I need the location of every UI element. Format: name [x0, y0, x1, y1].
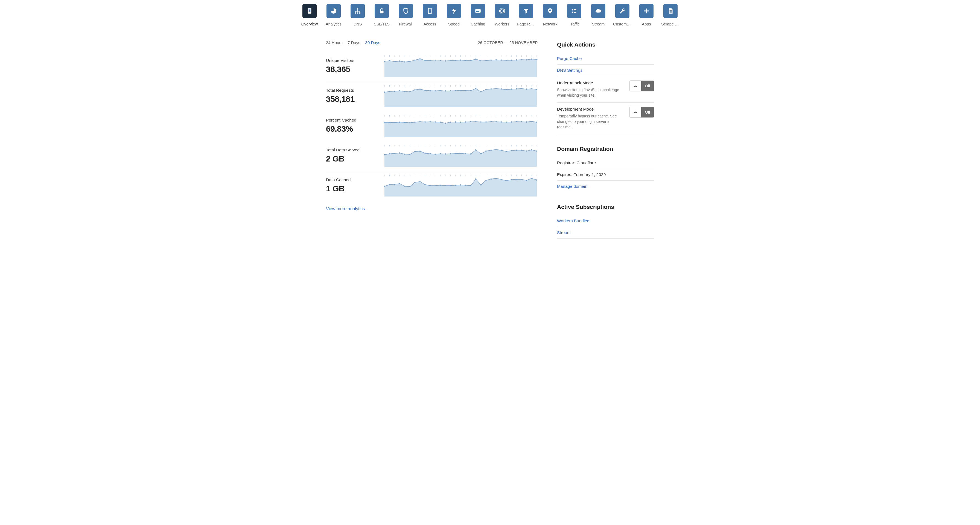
nav-scrape[interactable]: Scrape S…: [661, 4, 680, 26]
svg-point-59: [389, 60, 390, 62]
svg-point-68: [434, 60, 436, 62]
svg-point-134: [455, 90, 457, 91]
metric-value: 358,181: [326, 94, 375, 104]
nav-overview[interactable]: Overview: [300, 4, 319, 26]
nav-workers[interactable]: Workers: [493, 4, 511, 26]
network-icon: [350, 4, 365, 18]
nav-stream[interactable]: Stream: [589, 4, 608, 26]
domain-registration-title: Domain Registration: [557, 145, 654, 152]
svg-point-147: [521, 88, 522, 89]
nav-pagerules[interactable]: Page Rules: [517, 4, 535, 26]
nav-apps[interactable]: Apps: [637, 4, 656, 26]
nav-access[interactable]: Access: [420, 4, 439, 26]
nav-label: Traffic: [569, 22, 579, 26]
svg-rect-20: [574, 12, 576, 13]
timeframe-option[interactable]: 24 Hours: [326, 40, 343, 45]
svg-point-263: [480, 153, 482, 155]
svg-point-72: [455, 60, 457, 61]
svg-point-203: [490, 121, 492, 122]
svg-point-333: [521, 179, 522, 180]
view-more-analytics-link[interactable]: View more analytics: [326, 206, 365, 211]
quick-action-link[interactable]: DNS Settings: [557, 65, 654, 77]
svg-rect-2: [309, 10, 310, 11]
svg-point-65: [420, 58, 421, 60]
svg-point-86: [526, 59, 527, 61]
nav-traffic[interactable]: Traffic: [565, 4, 584, 26]
svg-point-247: [399, 152, 400, 154]
svg-point-149: [531, 88, 532, 89]
subscription-link[interactable]: Workers Bundled: [557, 215, 654, 227]
nav-ssl[interactable]: SSL/TLS: [372, 4, 391, 26]
svg-point-209: [521, 121, 522, 123]
svg-point-205: [501, 121, 502, 123]
svg-point-81: [501, 59, 502, 61]
metric-label: Total Requests: [326, 88, 375, 93]
svg-point-323: [470, 185, 471, 187]
svg-point-324: [475, 179, 477, 180]
subscription-link[interactable]: Stream: [557, 227, 654, 239]
toggle-state: Off: [641, 107, 654, 117]
nav-label: Firewall: [399, 22, 413, 26]
pie-icon: [326, 4, 341, 18]
svg-rect-24: [670, 10, 672, 11]
sparkline-data-cached: [383, 175, 538, 196]
list-icon: [567, 4, 581, 18]
toggle-title: Development Mode: [557, 107, 624, 112]
toggle-switch[interactable]: ◂▸ Off: [630, 107, 654, 118]
svg-rect-23: [644, 10, 649, 11]
nav-label: DNS: [353, 22, 362, 26]
svg-point-330: [506, 180, 507, 182]
svg-point-75: [470, 60, 471, 61]
svg-point-126: [414, 89, 415, 91]
svg-point-313: [420, 181, 421, 182]
nav-dns[interactable]: DNS: [348, 4, 367, 26]
bolt-icon: [447, 4, 461, 18]
quick-actions-section: Quick Actions Purge CacheDNS Settings Un…: [557, 41, 654, 134]
nav-analytics[interactable]: Analytics: [324, 4, 343, 26]
svg-point-83: [511, 60, 512, 61]
svg-rect-21: [597, 12, 600, 13]
svg-point-259: [460, 153, 461, 154]
svg-point-144: [506, 89, 507, 90]
svg-point-270: [516, 150, 517, 151]
nav-label: Page Rules: [517, 22, 535, 26]
nav-firewall[interactable]: Firewall: [396, 4, 415, 26]
svg-point-260: [465, 153, 466, 155]
svg-point-139: [480, 91, 482, 93]
nav-network[interactable]: Network: [541, 4, 560, 26]
nav-label: Analytics: [326, 22, 342, 26]
svg-point-143: [501, 88, 502, 90]
svg-point-15: [572, 9, 573, 10]
svg-point-320: [455, 185, 457, 186]
metric-data-cached: Data Cached 1 GB: [326, 172, 538, 201]
timeframe-option[interactable]: 7 Days: [348, 40, 360, 45]
top-nav: Overview Analytics DNS SSL/TLS Firewall …: [0, 0, 980, 32]
svg-point-188: [414, 121, 415, 123]
svg-point-66: [425, 60, 426, 61]
nav-caching[interactable]: Caching: [469, 4, 487, 26]
nav-customp[interactable]: Custom P…: [613, 4, 632, 26]
nav-label: Custom P…: [613, 22, 632, 26]
svg-point-201: [480, 121, 482, 123]
svg-point-10: [430, 11, 431, 11]
svg-point-334: [526, 180, 527, 181]
svg-point-208: [516, 121, 517, 122]
toggle-switch[interactable]: ◂▸ Off: [630, 80, 654, 91]
svg-point-264: [485, 150, 487, 152]
svg-rect-0: [308, 8, 312, 14]
svg-point-77: [480, 60, 482, 62]
svg-point-74: [465, 60, 466, 61]
quick-action-link[interactable]: Purge Cache: [557, 53, 654, 65]
metric-label: Unique Visitors: [326, 58, 375, 63]
manage-domain-link[interactable]: Manage domain: [557, 181, 654, 192]
svg-point-328: [495, 178, 497, 179]
svg-point-125: [409, 91, 411, 93]
svg-point-84: [516, 59, 517, 61]
timeframe-option[interactable]: 30 Days: [365, 40, 380, 45]
svg-point-129: [430, 90, 431, 91]
svg-point-196: [455, 121, 457, 123]
nav-speed[interactable]: Speed: [445, 4, 463, 26]
svg-point-69: [440, 60, 441, 62]
svg-rect-3: [309, 11, 310, 12]
svg-point-325: [480, 184, 482, 185]
